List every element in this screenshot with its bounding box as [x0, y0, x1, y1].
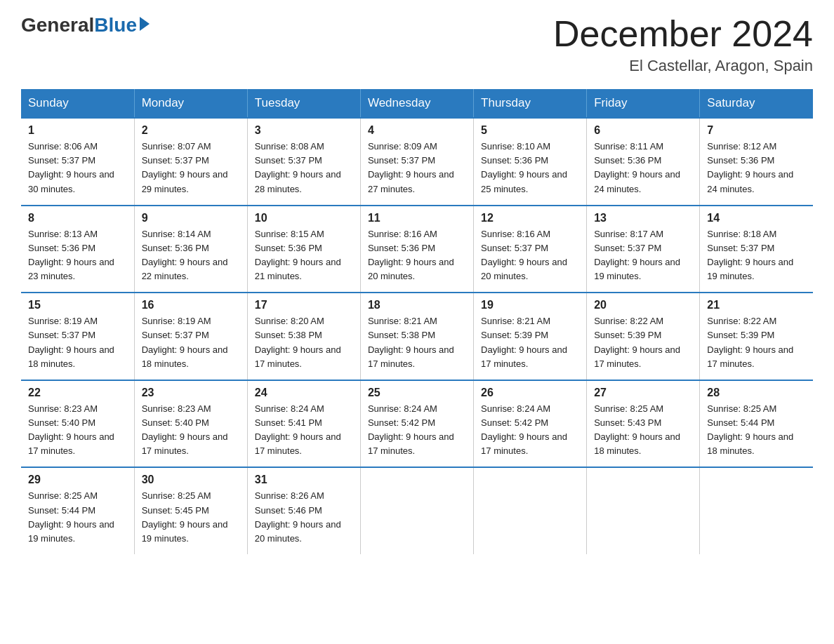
- logo-blue-box: Blue: [94, 14, 150, 36]
- day-number: 30: [142, 474, 240, 486]
- logo-general-text: General: [21, 14, 94, 36]
- day-info: Sunrise: 8:20 AMSunset: 5:38 PMDaylight:…: [255, 314, 353, 371]
- day-number: 17: [255, 299, 353, 311]
- day-number: 21: [707, 299, 806, 311]
- day-info: Sunrise: 8:16 AMSunset: 5:37 PMDaylight:…: [481, 227, 579, 284]
- day-number: 3: [255, 124, 353, 137]
- calendar-cell: 2 Sunrise: 8:07 AMSunset: 5:37 PMDayligh…: [134, 118, 247, 206]
- calendar-cell: 14 Sunrise: 8:18 AMSunset: 5:37 PMDaylig…: [700, 206, 813, 293]
- calendar-cell: 15 Sunrise: 8:19 AMSunset: 5:37 PMDaylig…: [21, 293, 134, 380]
- day-info: Sunrise: 8:19 AMSunset: 5:37 PMDaylight:…: [142, 314, 240, 371]
- calendar-cell: 12 Sunrise: 8:16 AMSunset: 5:37 PMDaylig…: [474, 206, 587, 293]
- day-number: 23: [142, 387, 240, 399]
- calendar-cell: [700, 467, 813, 554]
- calendar-week-row: 8 Sunrise: 8:13 AMSunset: 5:36 PMDayligh…: [21, 206, 813, 293]
- location-text: El Castellar, Aragon, Spain: [553, 57, 813, 75]
- day-number: 5: [481, 124, 579, 137]
- logo-blue-text: Blue: [94, 14, 137, 36]
- day-number: 26: [481, 387, 579, 399]
- day-number: 16: [142, 299, 240, 311]
- calendar-cell: 30 Sunrise: 8:25 AMSunset: 5:45 PMDaylig…: [134, 467, 247, 554]
- day-info: Sunrise: 8:16 AMSunset: 5:36 PMDaylight:…: [368, 227, 466, 284]
- calendar-cell: [587, 467, 700, 554]
- calendar-cell: 10 Sunrise: 8:15 AMSunset: 5:36 PMDaylig…: [247, 206, 360, 293]
- weekday-row: SundayMondayTuesdayWednesdayThursdayFrid…: [21, 89, 813, 118]
- calendar-table: SundayMondayTuesdayWednesdayThursdayFrid…: [21, 89, 813, 554]
- weekday-header-tuesday: Tuesday: [247, 89, 360, 118]
- weekday-header-thursday: Thursday: [474, 89, 587, 118]
- calendar-week-row: 15 Sunrise: 8:19 AMSunset: 5:37 PMDaylig…: [21, 293, 813, 380]
- day-info: Sunrise: 8:25 AMSunset: 5:43 PMDaylight:…: [594, 402, 692, 459]
- logo: General Blue: [21, 14, 150, 36]
- day-info: Sunrise: 8:21 AMSunset: 5:39 PMDaylight:…: [481, 314, 579, 371]
- day-info: Sunrise: 8:25 AMSunset: 5:44 PMDaylight:…: [28, 489, 127, 546]
- day-info: Sunrise: 8:11 AMSunset: 5:36 PMDaylight:…: [594, 140, 692, 196]
- calendar-cell: 29 Sunrise: 8:25 AMSunset: 5:44 PMDaylig…: [21, 467, 134, 554]
- day-number: 13: [594, 212, 692, 224]
- day-number: 22: [28, 387, 127, 399]
- day-info: Sunrise: 8:14 AMSunset: 5:36 PMDaylight:…: [142, 227, 240, 284]
- calendar-cell: 28 Sunrise: 8:25 AMSunset: 5:44 PMDaylig…: [700, 380, 813, 468]
- calendar-cell: 18 Sunrise: 8:21 AMSunset: 5:38 PMDaylig…: [360, 293, 473, 380]
- day-info: Sunrise: 8:10 AMSunset: 5:36 PMDaylight:…: [481, 140, 579, 196]
- day-info: Sunrise: 8:25 AMSunset: 5:45 PMDaylight:…: [142, 489, 240, 546]
- calendar-cell: 17 Sunrise: 8:20 AMSunset: 5:38 PMDaylig…: [247, 293, 360, 380]
- calendar-cell: [474, 467, 587, 554]
- calendar-cell: 24 Sunrise: 8:24 AMSunset: 5:41 PMDaylig…: [247, 380, 360, 468]
- day-info: Sunrise: 8:19 AMSunset: 5:37 PMDaylight:…: [28, 314, 127, 371]
- calendar-cell: 19 Sunrise: 8:21 AMSunset: 5:39 PMDaylig…: [474, 293, 587, 380]
- day-info: Sunrise: 8:25 AMSunset: 5:44 PMDaylight:…: [707, 402, 806, 459]
- calendar-cell: 11 Sunrise: 8:16 AMSunset: 5:36 PMDaylig…: [360, 206, 473, 293]
- day-info: Sunrise: 8:06 AMSunset: 5:37 PMDaylight:…: [28, 140, 127, 196]
- day-info: Sunrise: 8:09 AMSunset: 5:37 PMDaylight:…: [368, 140, 466, 196]
- calendar-cell: 16 Sunrise: 8:19 AMSunset: 5:37 PMDaylig…: [134, 293, 247, 380]
- day-number: 15: [28, 299, 127, 311]
- day-info: Sunrise: 8:24 AMSunset: 5:41 PMDaylight:…: [255, 402, 353, 459]
- day-info: Sunrise: 8:12 AMSunset: 5:36 PMDaylight:…: [707, 140, 806, 196]
- calendar-cell: 25 Sunrise: 8:24 AMSunset: 5:42 PMDaylig…: [360, 380, 473, 468]
- logo-triangle-icon: [140, 17, 150, 31]
- day-info: Sunrise: 8:08 AMSunset: 5:37 PMDaylight:…: [255, 140, 353, 196]
- day-number: 14: [707, 212, 806, 224]
- day-info: Sunrise: 8:24 AMSunset: 5:42 PMDaylight:…: [481, 402, 579, 459]
- weekday-header-sunday: Sunday: [21, 89, 134, 118]
- day-number: 8: [28, 212, 127, 224]
- day-info: Sunrise: 8:23 AMSunset: 5:40 PMDaylight:…: [28, 402, 127, 459]
- calendar-cell: 6 Sunrise: 8:11 AMSunset: 5:36 PMDayligh…: [587, 118, 700, 206]
- day-number: 24: [255, 387, 353, 399]
- calendar-cell: 31 Sunrise: 8:26 AMSunset: 5:46 PMDaylig…: [247, 467, 360, 554]
- day-number: 19: [481, 299, 579, 311]
- day-info: Sunrise: 8:07 AMSunset: 5:37 PMDaylight:…: [142, 140, 240, 196]
- day-number: 12: [481, 212, 579, 224]
- month-title: December 2024: [553, 14, 813, 54]
- weekday-header-friday: Friday: [587, 89, 700, 118]
- day-number: 7: [707, 124, 806, 137]
- day-info: Sunrise: 8:26 AMSunset: 5:46 PMDaylight:…: [255, 489, 353, 546]
- calendar-week-row: 29 Sunrise: 8:25 AMSunset: 5:44 PMDaylig…: [21, 467, 813, 554]
- calendar-cell: 13 Sunrise: 8:17 AMSunset: 5:37 PMDaylig…: [587, 206, 700, 293]
- calendar-cell: 8 Sunrise: 8:13 AMSunset: 5:36 PMDayligh…: [21, 206, 134, 293]
- day-info: Sunrise: 8:17 AMSunset: 5:37 PMDaylight:…: [594, 227, 692, 284]
- calendar-header: SundayMondayTuesdayWednesdayThursdayFrid…: [21, 89, 813, 118]
- day-number: 25: [368, 387, 466, 399]
- weekday-header-monday: Monday: [134, 89, 247, 118]
- day-number: 2: [142, 124, 240, 137]
- day-number: 29: [28, 474, 127, 486]
- day-number: 11: [368, 212, 466, 224]
- day-info: Sunrise: 8:13 AMSunset: 5:36 PMDaylight:…: [28, 227, 127, 284]
- calendar-cell: 21 Sunrise: 8:22 AMSunset: 5:39 PMDaylig…: [700, 293, 813, 380]
- calendar-cell: 22 Sunrise: 8:23 AMSunset: 5:40 PMDaylig…: [21, 380, 134, 468]
- calendar-cell: 3 Sunrise: 8:08 AMSunset: 5:37 PMDayligh…: [247, 118, 360, 206]
- weekday-header-saturday: Saturday: [700, 89, 813, 118]
- day-info: Sunrise: 8:24 AMSunset: 5:42 PMDaylight:…: [368, 402, 466, 459]
- calendar-cell: 1 Sunrise: 8:06 AMSunset: 5:37 PMDayligh…: [21, 118, 134, 206]
- day-number: 18: [368, 299, 466, 311]
- weekday-header-wednesday: Wednesday: [360, 89, 473, 118]
- day-number: 4: [368, 124, 466, 137]
- day-number: 1: [28, 124, 127, 137]
- day-number: 10: [255, 212, 353, 224]
- calendar-cell: 7 Sunrise: 8:12 AMSunset: 5:36 PMDayligh…: [700, 118, 813, 206]
- day-number: 6: [594, 124, 692, 137]
- calendar-week-row: 22 Sunrise: 8:23 AMSunset: 5:40 PMDaylig…: [21, 380, 813, 468]
- calendar-cell: 27 Sunrise: 8:25 AMSunset: 5:43 PMDaylig…: [587, 380, 700, 468]
